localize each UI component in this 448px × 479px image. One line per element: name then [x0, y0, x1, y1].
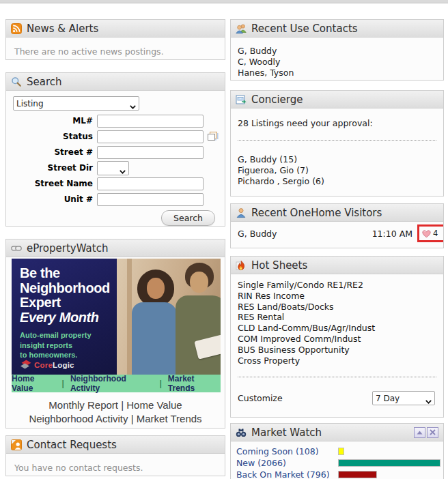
- unit-number-label: Unit #: [13, 194, 97, 204]
- ad-link-neighborhood-activity[interactable]: Neighborhood Activity: [70, 374, 154, 393]
- concierge-mail-icon: [236, 94, 247, 105]
- ad-subtext-line3: to homeowners.: [20, 350, 113, 360]
- ad-headline-line2: Neighborhood: [20, 281, 113, 296]
- contact-list-item[interactable]: G, Buddy: [238, 46, 436, 57]
- concierge-list-item[interactable]: Figueroa, Gio (7): [238, 165, 436, 176]
- concierge-list-item[interactable]: G, Buddy (15): [238, 154, 436, 165]
- hot-sheet-link[interactable]: Single Family/Condo RE1/RE2: [238, 280, 436, 291]
- market-watch-body: Coming Soon (108) New (2066) Back On Mar…: [231, 441, 443, 479]
- market-watch-bar: [338, 471, 377, 478]
- ad-subtext-line2: insight reports: [20, 340, 113, 350]
- epropertywatch-panel: ePropertyWatch Be the Neighborhood Exper…: [5, 239, 225, 429]
- concierge-title: Concierge: [251, 93, 303, 106]
- ml-number-row: ML#: [13, 114, 218, 128]
- corelogic-logo: CoreLogic: [20, 360, 113, 370]
- search-header: Search: [6, 73, 225, 91]
- range-select-wrap: 7 Day: [372, 391, 435, 405]
- search-panel: Search Listing ML# Status Street: [5, 72, 225, 227]
- search-type-select[interactable]: Listing: [13, 96, 139, 111]
- search-icon: [11, 76, 22, 87]
- collapse-button[interactable]: [414, 427, 425, 438]
- street-dir-row: Street Dir: [13, 161, 218, 175]
- status-label: Status: [13, 132, 97, 141]
- news-alerts-title: News & Alerts: [27, 23, 98, 35]
- hot-sheets-customize-row: Customize 7 Day: [238, 391, 436, 405]
- street-dir-select-wrap: [97, 161, 129, 175]
- hot-sheet-link[interactable]: RES Land/Boats/Docks: [238, 302, 436, 313]
- hot-sheets-body: Single Family/Condo RE1/RE2 RIN Res Inco…: [231, 274, 443, 405]
- hot-sheet-link[interactable]: COM Improved Comm/Indust: [238, 334, 436, 345]
- market-watch-link[interactable]: New (2066): [236, 458, 338, 468]
- recent-contacts-list: G, Buddy C, Woodly Hanes, Tyson: [231, 38, 443, 78]
- search-button[interactable]: Search: [161, 210, 215, 226]
- contact-request-icon: [11, 439, 22, 450]
- ad-headline-line3: Expert: [20, 295, 113, 310]
- ad-link-market-trends[interactable]: Market Trends: [168, 374, 221, 393]
- annotation-highlight-box: 4: [417, 224, 444, 242]
- onehome-visitors-title: Recent OneHome Visitors: [251, 207, 382, 219]
- epropertywatch-header: ePropertyWatch: [6, 240, 225, 257]
- hot-sheet-link[interactable]: BUS Business Opportunity: [238, 345, 436, 355]
- unit-number-input[interactable]: [97, 193, 204, 206]
- street-name-input[interactable]: [97, 177, 204, 190]
- contact-list-item[interactable]: Hanes, Tyson: [238, 68, 436, 78]
- unit-number-row: Unit #: [13, 192, 218, 206]
- onehome-visitors-header: Recent OneHome Visitors: [231, 204, 443, 222]
- epw-footer-line1[interactable]: Monthly Report | Home Value: [6, 398, 225, 412]
- contact-requests-header: Contact Requests: [6, 436, 225, 454]
- right-column: Recent Use Contacts G, Buddy C, Woodly H…: [230, 19, 444, 479]
- contact-requests-empty-text: You have no contact requests.: [6, 454, 225, 476]
- status-input[interactable]: [97, 130, 204, 143]
- search-type-select-wrap: Listing: [13, 96, 139, 111]
- street-name-label: Street Name: [13, 179, 97, 188]
- ad-headline-line1: Be the: [20, 266, 113, 281]
- epropertywatch-ad[interactable]: Be the Neighborhood Expert Every Month A…: [12, 259, 221, 392]
- corelogic-brand-logic: Logic: [53, 361, 74, 369]
- binoculars-icon: [236, 427, 247, 438]
- concierge-body: 28 Listings need your approval: G, Buddy…: [231, 108, 443, 187]
- recent-contacts-panel: Recent Use Contacts G, Buddy C, Woodly H…: [230, 19, 444, 81]
- ad-subtext: Auto-email property insight reports to h…: [20, 330, 113, 360]
- concierge-header: Concierge: [231, 91, 443, 108]
- corelogic-logo-text: CoreLogic: [34, 361, 74, 369]
- left-column: News & Alerts There are no active news p…: [5, 19, 225, 476]
- flame-icon: [236, 260, 247, 271]
- recent-contacts-header: Recent Use Contacts: [231, 20, 443, 38]
- street-number-input[interactable]: [97, 146, 204, 159]
- contact-requests-title: Contact Requests: [27, 439, 117, 451]
- street-dir-select[interactable]: [97, 161, 129, 175]
- market-watch-title: Market Watch: [251, 426, 322, 439]
- concierge-list-item[interactable]: Pichardo , Sergio (6): [238, 176, 436, 187]
- ml-number-input[interactable]: [97, 115, 204, 128]
- market-watch-link[interactable]: Back On Market (796): [236, 469, 338, 479]
- hot-sheet-link[interactable]: Cross Property: [238, 355, 436, 366]
- hot-sheet-link[interactable]: CLD Land-Comm/Bus/Agr/Indust: [238, 323, 436, 334]
- ad-subtext-line1: Auto-email property: [20, 330, 113, 340]
- hot-sheet-link[interactable]: RES Rental: [238, 312, 436, 323]
- market-watch-link[interactable]: Coming Soon (108): [236, 446, 338, 456]
- ad-text-block: Be the Neighborhood Expert Every Month A…: [12, 259, 117, 375]
- market-watch-bar: [338, 459, 440, 467]
- market-watch-row: Coming Soon (108): [231, 446, 443, 457]
- epw-footer-line2[interactable]: Neighborhood Activity | Market Trends: [6, 412, 225, 426]
- street-number-row: Street #: [13, 145, 218, 159]
- contact-list-item[interactable]: C, Woodly: [238, 57, 436, 68]
- news-empty-text: There are no active news postings.: [6, 38, 225, 60]
- epropertywatch-footer-links: Monthly Report | Home Value Neighborhood…: [6, 398, 225, 426]
- ad-link-home-value[interactable]: Home Value: [12, 374, 56, 393]
- heart-icon[interactable]: [421, 228, 432, 239]
- range-select[interactable]: 7 Day: [372, 391, 435, 405]
- multi-select-icon[interactable]: [206, 131, 217, 142]
- link-icon: [11, 243, 22, 254]
- hot-sheet-link[interactable]: RIN Res Income: [238, 291, 436, 302]
- corelogic-logo-icon: [20, 360, 31, 370]
- close-button[interactable]: [427, 427, 438, 438]
- hot-sheets-title: Hot Sheets: [251, 259, 307, 272]
- market-watch-bar: [338, 448, 344, 455]
- visitor-name[interactable]: G, Buddy: [238, 229, 277, 239]
- ad-link-separator: |: [159, 379, 161, 388]
- customize-link[interactable]: Customize: [238, 393, 283, 403]
- divider: [238, 140, 436, 141]
- news-alerts-panel: News & Alerts There are no active news p…: [5, 19, 225, 60]
- ad-banner: Be the Neighborhood Expert Every Month A…: [12, 259, 221, 375]
